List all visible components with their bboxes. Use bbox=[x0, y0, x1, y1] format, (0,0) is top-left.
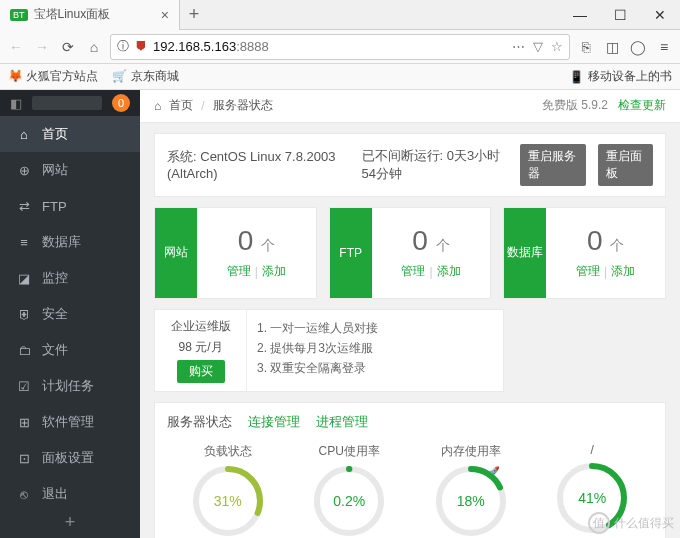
manage-link[interactable]: 管理 bbox=[227, 263, 251, 280]
close-window-button[interactable]: ✕ bbox=[640, 7, 680, 23]
watermark-text: 什么值得买 bbox=[614, 515, 674, 532]
back-button[interactable]: ← bbox=[6, 37, 26, 57]
check-update-link[interactable]: 检查更新 bbox=[618, 97, 666, 114]
reader-icon[interactable]: ▽ bbox=[533, 39, 543, 54]
promo-name: 企业运维版 bbox=[171, 318, 231, 335]
card-title: 数据库 bbox=[504, 208, 546, 298]
gauge-value: 18% bbox=[434, 464, 508, 538]
account-icon[interactable]: ◯ bbox=[628, 37, 648, 57]
url-input[interactable]: ⓘ ⛊ 192.168.5.163:8888 ⋯ ▽ ☆ bbox=[110, 34, 570, 60]
sidebar-item-监控[interactable]: ◪监控 bbox=[0, 260, 140, 296]
sidebar-item-数据库[interactable]: ≡数据库 bbox=[0, 224, 140, 260]
sidebar-icon[interactable]: ◫ bbox=[602, 37, 622, 57]
library-icon[interactable]: ⎘ bbox=[576, 37, 596, 57]
notification-badge[interactable]: 0 bbox=[112, 94, 130, 112]
restart-server-button[interactable]: 重启服务器 bbox=[520, 144, 585, 186]
sidebar-item-网站[interactable]: ⊕网站 bbox=[0, 152, 140, 188]
url-text: 192.168.5.163:8888 bbox=[153, 39, 506, 54]
stat-card-数据库: 数据库0 个管理|添加 bbox=[503, 207, 666, 299]
add-link[interactable]: 添加 bbox=[262, 263, 286, 280]
forward-button[interactable]: → bbox=[32, 37, 52, 57]
address-bar: ← → ⟳ ⌂ ⓘ ⛊ 192.168.5.163:8888 ⋯ ▽ ☆ ⎘ ◫… bbox=[0, 30, 680, 64]
mobile-bookmarks[interactable]: 📱 移动设备上的书 bbox=[569, 68, 672, 85]
process-mgmt-link[interactable]: 进程管理 bbox=[316, 413, 368, 431]
menu-label: 软件管理 bbox=[42, 413, 94, 431]
star-icon[interactable]: ☆ bbox=[551, 39, 563, 54]
gauge-title: 负载状态 bbox=[204, 443, 252, 460]
menu-label: 数据库 bbox=[42, 233, 81, 251]
crumb-current: 服务器状态 bbox=[213, 97, 273, 114]
sidebar-add[interactable]: + bbox=[0, 512, 140, 538]
manage-link[interactable]: 管理 bbox=[576, 263, 600, 280]
menu-icon: 🗀 bbox=[16, 343, 32, 358]
sidebar-item-软件管理[interactable]: ⊞软件管理 bbox=[0, 404, 140, 440]
crumb-home[interactable]: 首页 bbox=[169, 97, 193, 114]
breadcrumb: ⌂ 首页 / 服务器状态 免费版 5.9.2 检查更新 bbox=[140, 90, 680, 123]
gauge-ring: 🚀18% bbox=[434, 464, 508, 538]
sidebar-item-计划任务[interactable]: ☑计划任务 bbox=[0, 368, 140, 404]
info-icon[interactable]: ⓘ bbox=[117, 38, 129, 55]
sidebar: ◧ 0 ⌂首页⊕网站⇄FTP≡数据库◪监控⛨安全🗀文件☑计划任务⊞软件管理⊡面板… bbox=[0, 90, 140, 538]
enterprise-promo: 企业运维版 98 元/月 购买 1. 一对一运维人员对接2. 提供每月3次运维服… bbox=[154, 309, 504, 392]
add-link[interactable]: 添加 bbox=[437, 263, 461, 280]
card-count: 0 个 bbox=[412, 225, 449, 257]
sidebar-item-FTP[interactable]: ⇄FTP bbox=[0, 188, 140, 224]
card-title: 网站 bbox=[155, 208, 197, 298]
connection-mgmt-link[interactable]: 连接管理 bbox=[248, 413, 300, 431]
gauge-ring: 31% bbox=[191, 464, 265, 538]
add-link[interactable]: 添加 bbox=[611, 263, 635, 280]
home-icon[interactable]: ⌂ bbox=[154, 99, 161, 113]
menu-label: 文件 bbox=[42, 341, 68, 359]
sidebar-item-文件[interactable]: 🗀文件 bbox=[0, 332, 140, 368]
menu-icon: ⛨ bbox=[16, 307, 32, 322]
sidebar-item-面板设置[interactable]: ⊡面板设置 bbox=[0, 440, 140, 476]
promo-line: 2. 提供每月3次运维服 bbox=[257, 338, 493, 358]
menu-icon: ⊞ bbox=[16, 415, 32, 430]
bookmark-item[interactable]: 🦊 火狐官方站点 bbox=[8, 68, 98, 85]
maximize-button[interactable]: ☐ bbox=[600, 7, 640, 23]
new-tab-button[interactable]: + bbox=[180, 4, 208, 25]
menu-icon[interactable]: ≡ bbox=[654, 37, 674, 57]
window-controls: — ☐ ✕ bbox=[560, 7, 680, 23]
home-button[interactable]: ⌂ bbox=[84, 37, 104, 57]
minimize-button[interactable]: — bbox=[560, 7, 600, 23]
collapse-icon[interactable]: ◧ bbox=[10, 96, 22, 111]
crumb-sep: / bbox=[201, 99, 204, 113]
system-label: 系统: CentOS Linux 7.8.2003 (AltArch) bbox=[167, 148, 350, 181]
panel-name-blurred bbox=[32, 96, 102, 110]
stat-card-网站: 网站0 个管理|添加 bbox=[154, 207, 317, 299]
bookmark-item[interactable]: 🛒 京东商城 bbox=[112, 68, 178, 85]
menu-icon: ≡ bbox=[16, 235, 32, 250]
browser-tab[interactable]: BT 宝塔Linux面板 × bbox=[0, 0, 180, 30]
card-count: 0 个 bbox=[238, 225, 275, 257]
gauge-value: 31% bbox=[191, 464, 265, 538]
restart-panel-button[interactable]: 重启面板 bbox=[598, 144, 653, 186]
menu-label: 监控 bbox=[42, 269, 68, 287]
menu-icon: ☑ bbox=[16, 379, 32, 394]
tab-favicon: BT bbox=[10, 9, 28, 21]
menu-label: FTP bbox=[42, 199, 67, 214]
gauge-ring: 0.2% bbox=[312, 464, 386, 538]
sidebar-item-退出[interactable]: ⎋退出 bbox=[0, 476, 140, 512]
system-info-panel: 系统: CentOS Linux 7.8.2003 (AltArch) 已不间断… bbox=[154, 133, 666, 197]
gauge-负载状态: 负载状态31%运行正常 bbox=[173, 443, 283, 538]
manage-link[interactable]: 管理 bbox=[401, 263, 425, 280]
menu-icon: ⎋ bbox=[16, 487, 32, 502]
sidebar-header: ◧ 0 bbox=[0, 90, 140, 116]
close-tab-icon[interactable]: × bbox=[161, 7, 169, 23]
menu-label: 面板设置 bbox=[42, 449, 94, 467]
gauge-CPU使用率: CPU使用率0.2%6 核心 bbox=[294, 443, 404, 538]
uptime-label: 已不间断运行: 0天3小时54分钟 bbox=[362, 147, 509, 183]
menu-label: 计划任务 bbox=[42, 377, 94, 395]
more-icon[interactable]: ⋯ bbox=[512, 39, 525, 54]
sidebar-item-首页[interactable]: ⌂首页 bbox=[0, 116, 140, 152]
menu-label: 首页 bbox=[42, 125, 68, 143]
menu-label: 网站 bbox=[42, 161, 68, 179]
stat-card-FTP: FTP0 个管理|添加 bbox=[329, 207, 492, 299]
buy-button[interactable]: 购买 bbox=[177, 360, 225, 383]
reload-button[interactable]: ⟳ bbox=[58, 37, 78, 57]
card-count: 0 个 bbox=[587, 225, 624, 257]
window-titlebar: BT 宝塔Linux面板 × + — ☐ ✕ bbox=[0, 0, 680, 30]
menu-icon: ◪ bbox=[16, 271, 32, 286]
sidebar-item-安全[interactable]: ⛨安全 bbox=[0, 296, 140, 332]
